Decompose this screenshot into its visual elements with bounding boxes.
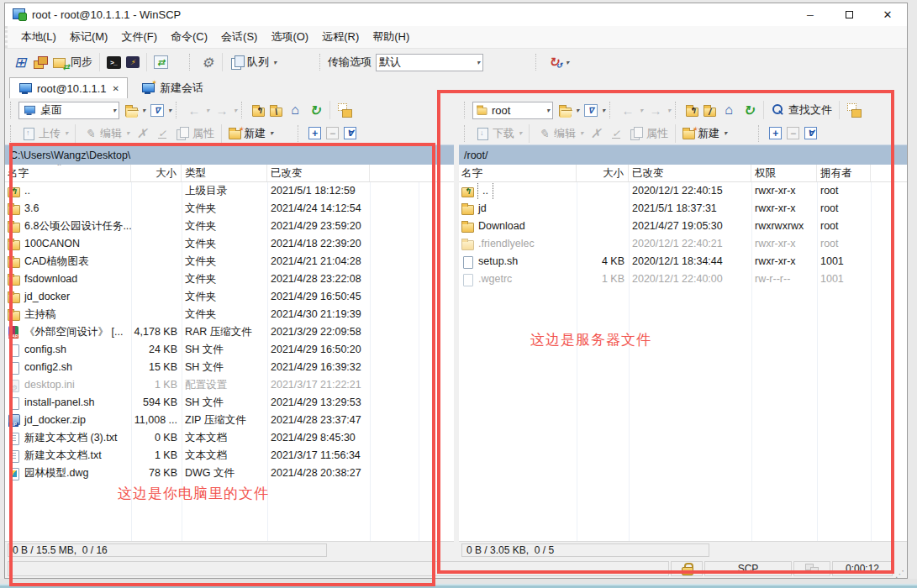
local-root-directory-button[interactable] (267, 102, 285, 118)
download-button[interactable]: 下载▾ (472, 124, 524, 143)
table-row[interactable]: .friendlyelec2020/12/1 22:40:21rwxr-xr-x… (459, 235, 907, 253)
local-file-list[interactable]: ..上级目录2021/5/1 18:12:593.6文件夹2021/4/24 1… (5, 182, 454, 541)
open-putty-button[interactable] (124, 55, 142, 70)
transfer-options-combo[interactable]: 默认 ▾ (376, 54, 483, 71)
local-home-button[interactable] (285, 101, 305, 119)
upload-button[interactable]: 上传▾ (18, 124, 71, 143)
local-properties-button[interactable]: 属性 (172, 124, 217, 143)
remote-select-same-button[interactable] (802, 125, 820, 141)
local-edit-button[interactable]: 编辑▾ (80, 124, 132, 143)
remote-back-button[interactable]: ▾ (618, 101, 646, 119)
remote-parent-directory-button[interactable] (683, 102, 701, 118)
table-row[interactable]: Download2021/4/27 19:05:30rwxrwxrwxroot (459, 218, 907, 235)
local-forward-button[interactable]: ▾ (212, 101, 240, 119)
remote-edit-button[interactable]: 编辑▾ (534, 124, 586, 143)
remote-forward-button[interactable]: ▾ (646, 101, 673, 119)
local-filter-button[interactable]: ▾ (148, 102, 174, 118)
commander-view-button[interactable] (10, 53, 30, 71)
table-row[interactable]: 《外部空间设计》 [...4,178 KBRAR 压缩文件2021/3/29 2… (5, 323, 454, 341)
remote-open-dir-tree-button[interactable] (844, 101, 864, 119)
table-row[interactable]: desktop.ini1 KB配置设置2021/3/17 21:22:21 (5, 376, 454, 394)
table-row[interactable]: 3.6文件夹2021/4/24 14:12:54 (5, 200, 454, 218)
menu-help[interactable]: 帮助(H) (366, 27, 416, 47)
tab-close-icon[interactable] (113, 84, 119, 93)
column-header-owner[interactable]: 拥有者 (817, 165, 871, 181)
table-row[interactable]: config2.sh15 KBSH 文件2021/4/29 16:39:32 (5, 359, 454, 376)
close-button[interactable] (868, 3, 907, 26)
local-new-button[interactable]: 新建▾ (226, 124, 276, 143)
transfer-settings-button[interactable]: ▾ (544, 53, 572, 71)
table-row[interactable]: 新建文本文档.txt1 KB文本文档2021/3/17 11:56:34 (5, 447, 454, 465)
status-lock-cell[interactable] (671, 561, 703, 576)
minimize-button[interactable] (791, 3, 830, 26)
status-protocol-cell[interactable]: SCP (704, 561, 792, 576)
remote-root-directory-button[interactable] (701, 102, 719, 118)
remote-rename-button[interactable] (606, 124, 626, 143)
maximize-button[interactable] (830, 3, 868, 26)
column-header-changed[interactable]: 已改变 (629, 165, 751, 181)
local-back-button[interactable]: ▾ (184, 101, 212, 119)
table-row[interactable]: jd_docker文件夹2021/4/29 16:50:45 (5, 288, 454, 306)
synchronize-button[interactable]: 同步 (50, 53, 95, 71)
column-header-name[interactable]: 名字 (5, 165, 131, 181)
menu-mark[interactable]: 标记(M) (63, 27, 115, 47)
table-row[interactable]: 园林模型.dwg78 KBDWG 文件2021/4/28 20:38:27 (5, 465, 454, 482)
remote-properties-button[interactable]: 属性 (626, 124, 671, 143)
column-header-size[interactable]: 大小 (577, 165, 629, 181)
remote-address-bar[interactable]: /root/ (459, 144, 907, 165)
local-open-directory-button[interactable]: ▾ (123, 102, 148, 118)
column-header-name[interactable]: 名字 (459, 165, 577, 181)
status-connection-cell[interactable] (793, 561, 830, 576)
menu-local[interactable]: 本地(L) (14, 27, 63, 47)
preferences-button[interactable] (198, 53, 218, 71)
table-row[interactable]: install-panel.sh594 KBSH 文件2021/4/29 13:… (5, 394, 454, 412)
column-header-changed[interactable]: 已改变 (267, 165, 370, 181)
local-refresh-button[interactable] (305, 101, 325, 119)
column-header-type[interactable]: 类型 (182, 165, 267, 181)
column-header-rights[interactable]: 权限 (751, 165, 817, 181)
local-select-same-button[interactable] (341, 125, 359, 141)
table-row[interactable]: .wgetrc1 KB2020/12/1 22:40:00rw-r--r--10… (459, 270, 907, 288)
table-row[interactable]: jd2021/5/1 18:37:31rwxr-xr-xroot (459, 200, 907, 218)
open-terminal-button[interactable] (104, 55, 124, 71)
table-row[interactable]: ..上级目录2021/5/1 18:12:59 (5, 182, 454, 200)
menu-session[interactable]: 会话(S) (214, 27, 264, 47)
find-files-button[interactable]: 查找文件 (768, 101, 835, 119)
remote-filter-button[interactable]: ▾ (582, 102, 608, 118)
table-row[interactable]: ..2020/12/1 22:40:15rwxr-xr-xroot (459, 182, 907, 200)
local-unselect-button[interactable] (324, 125, 341, 141)
table-row[interactable]: jd_docker.zip11,008 ...ZIP 压缩文件2021/4/28… (5, 412, 454, 429)
resize-grip[interactable] (894, 568, 904, 578)
menu-remote[interactable]: 远程(R) (315, 27, 366, 47)
table-row[interactable]: 100CANON文件夹2021/4/18 22:39:20 (5, 235, 454, 253)
local-select-button[interactable] (306, 125, 324, 141)
remote-file-list[interactable]: ..2020/12/1 22:40:15rwxr-xr-xrootjd2021/… (459, 182, 907, 541)
menu-file[interactable]: 文件(F) (114, 27, 164, 47)
local-open-dir-tree-button[interactable] (335, 101, 355, 119)
table-row[interactable]: setup.sh4 KB2020/12/1 18:34:44rwxr-xr-x1… (459, 253, 907, 270)
table-row[interactable]: fsdownload文件夹2021/4/28 23:22:08 (5, 270, 454, 288)
local-address-bar[interactable]: C:\Users\Wangz\Desktop\ (5, 144, 454, 165)
remote-home-button[interactable] (719, 101, 739, 119)
remote-new-button[interactable]: 新建▾ (680, 124, 730, 143)
queue-button[interactable]: 队列▾ (227, 53, 279, 71)
table-row[interactable]: config.sh24 KBSH 文件2021/4/29 16:50:20 (5, 341, 454, 359)
tab-session[interactable]: root@10.1.1.1 (9, 77, 128, 98)
remote-unselect-button[interactable] (784, 125, 802, 141)
local-delete-button[interactable] (132, 124, 152, 143)
remote-drive-combo[interactable]: root ▾ (472, 102, 553, 119)
table-row[interactable]: 主持稿文件夹2021/4/30 21:19:39 (5, 306, 454, 323)
menu-options[interactable]: 选项(O) (264, 27, 315, 47)
local-parent-directory-button[interactable] (250, 102, 267, 118)
column-header-size[interactable]: 大小 (131, 165, 182, 181)
tab-new-session[interactable]: ✶ 新建会话 (133, 77, 211, 98)
refresh-panels-button[interactable] (151, 54, 171, 71)
table-row[interactable]: CAD植物图表文件夹2021/4/21 21:04:28 (5, 253, 454, 270)
table-row[interactable]: 6.8公顷公园设计任务...文件夹2021/4/29 23:59:20 (5, 218, 454, 235)
local-rename-button[interactable] (152, 124, 172, 143)
remote-open-directory-button[interactable]: ▾ (556, 102, 582, 118)
menu-command[interactable]: 命令(C) (164, 27, 214, 47)
remote-refresh-button[interactable] (739, 101, 759, 119)
table-row[interactable]: 新建文本文档 (3).txt0 KB文本文档2021/4/29 8:45:30 (5, 429, 454, 447)
remote-select-button[interactable] (767, 125, 784, 141)
